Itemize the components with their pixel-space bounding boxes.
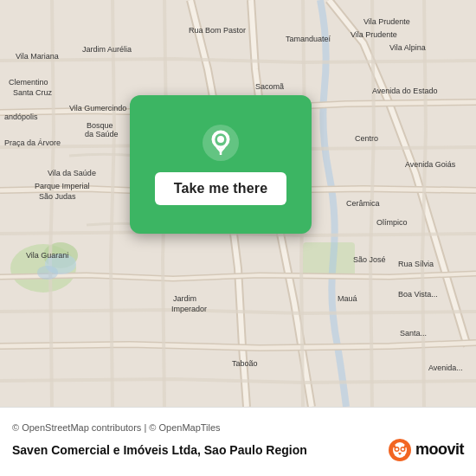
map-container: Vila MarianaJardim AuréliaVila PrudenteV… bbox=[0, 0, 476, 407]
moovit-logo: moovit bbox=[388, 438, 464, 462]
svg-point-5 bbox=[37, 266, 58, 280]
location-pin-icon bbox=[202, 124, 240, 162]
moovit-brand-text: moovit bbox=[415, 441, 464, 459]
svg-point-8 bbox=[217, 136, 224, 143]
svg-point-13 bbox=[396, 447, 398, 450]
footer: © OpenStreetMap contributors | © OpenMap… bbox=[0, 407, 476, 476]
location-name: Saven Comercial e Imóveis Ltda, Sao Paul… bbox=[12, 443, 307, 457]
take-me-there-button[interactable]: Take me there bbox=[155, 172, 287, 205]
location-info: Saven Comercial e Imóveis Ltda, Sao Paul… bbox=[12, 438, 464, 462]
take-me-there-card: Take me there bbox=[130, 95, 312, 234]
moovit-owl-icon bbox=[388, 438, 412, 462]
svg-point-14 bbox=[402, 447, 404, 450]
attribution-text: © OpenStreetMap contributors | © OpenMap… bbox=[12, 422, 464, 433]
